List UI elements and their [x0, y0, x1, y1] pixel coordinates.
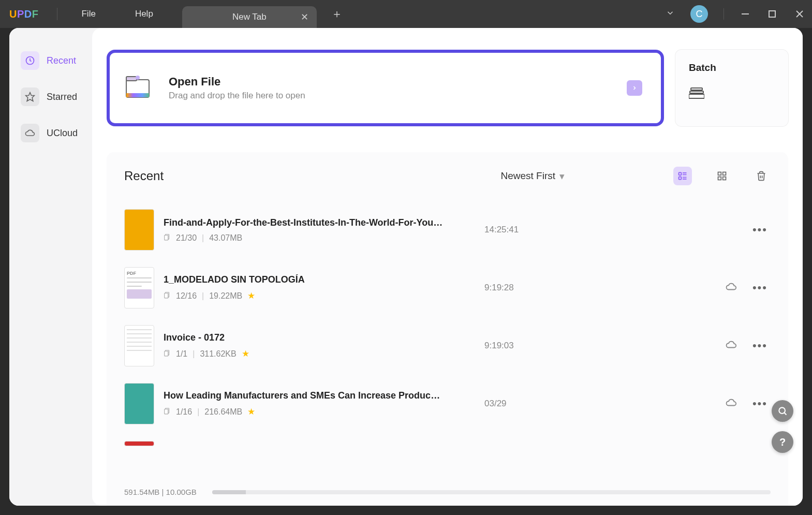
star-icon: ★: [247, 290, 255, 301]
star-icon: [21, 87, 39, 106]
file-meta: 21/30|43.07MB: [164, 233, 443, 243]
star-icon: ★: [247, 406, 255, 417]
more-icon[interactable]: •••: [752, 281, 767, 295]
file-size: 19.22MB: [209, 291, 242, 301]
pages-icon: [164, 291, 171, 301]
file-name: 1_MODELADO SIN TOPOLOGÍA: [164, 274, 443, 285]
chevron-down-icon: ▾: [559, 170, 565, 182]
pages-icon: [164, 349, 171, 359]
storage-bar: 591.54MB | 10.00GB: [107, 479, 788, 506]
clock-icon: [21, 51, 39, 70]
tab-new[interactable]: New Tab ✕: [182, 6, 317, 28]
file-thumbnail: [124, 325, 154, 366]
cloud-icon: [21, 124, 39, 142]
new-tab-button[interactable]: ＋: [331, 6, 343, 22]
svg-rect-10: [691, 88, 702, 90]
sidebar-item-ucloud[interactable]: UCloud: [9, 115, 92, 151]
titlebar: UPDF File Help New Tab ✕ ＋ C: [0, 0, 812, 28]
grid-view-button[interactable]: [713, 167, 731, 185]
chevron-right-icon: [627, 80, 642, 96]
close-button[interactable]: [793, 10, 806, 18]
more-icon[interactable]: •••: [752, 339, 767, 352]
cloud-icon[interactable]: [726, 281, 737, 295]
svg-point-31: [779, 407, 785, 414]
batch-card[interactable]: Batch: [675, 50, 788, 126]
file-size: 216.64MB: [204, 407, 242, 417]
help-float-button[interactable]: ?: [772, 431, 793, 453]
file-time: 9:19:28: [484, 283, 619, 293]
more-icon[interactable]: •••: [752, 223, 767, 237]
user-avatar[interactable]: C: [690, 5, 708, 23]
svg-rect-16: [679, 177, 682, 180]
minimize-button[interactable]: [740, 10, 751, 18]
sidebar-label: Starred: [47, 92, 77, 102]
sidebar-label: Recent: [47, 55, 76, 66]
pages-icon: [164, 407, 171, 417]
storage-progress-fill: [212, 490, 246, 494]
cloud-icon[interactable]: [726, 339, 737, 352]
file-thumbnail: [124, 441, 154, 446]
sidebar-item-recent[interactable]: Recent: [9, 42, 92, 79]
search-float-button[interactable]: [772, 400, 793, 422]
file-size: 311.62KB: [200, 349, 236, 359]
maximize-button[interactable]: [766, 10, 778, 18]
file-row[interactable]: Find-and-Apply-For-the-Best-Institutes-I…: [124, 201, 771, 259]
workspace: Recent Starred UCloud: [0, 28, 812, 515]
svg-rect-0: [742, 13, 749, 14]
svg-rect-13: [679, 172, 682, 175]
file-time: 14:25:41: [484, 225, 619, 235]
svg-rect-22: [723, 177, 726, 180]
file-thumbnail: [124, 383, 154, 424]
more-icon[interactable]: •••: [752, 397, 767, 410]
file-thumbnail: PDF: [124, 267, 154, 308]
separator: [57, 8, 57, 20]
file-meta: 1/1|311.62KB★: [164, 348, 443, 359]
sort-dropdown[interactable]: Newest First ▾: [500, 170, 565, 182]
tab-label: New Tab: [232, 12, 267, 22]
file-meta: 12/16|19.22MB★: [164, 290, 443, 301]
menu-file[interactable]: File: [72, 9, 105, 19]
batch-icon: [689, 85, 775, 102]
folder-icon: [122, 72, 153, 104]
sidebar: Recent Starred UCloud: [9, 28, 92, 506]
close-icon[interactable]: ✕: [301, 11, 308, 23]
menu-help[interactable]: Help: [126, 9, 163, 19]
file-pages: 1/1: [176, 349, 187, 359]
svg-rect-21: [718, 177, 721, 180]
svg-rect-30: [165, 409, 168, 414]
sidebar-label: UCloud: [47, 128, 78, 139]
open-file-card[interactable]: Open File Drag and drop the file here to…: [107, 50, 664, 126]
app-logo: UPDF: [6, 8, 42, 20]
file-row[interactable]: PDF1_MODELADO SIN TOPOLOGÍA12/16|19.22MB…: [124, 259, 771, 317]
file-name: Find-and-Apply-For-the-Best-Institutes-I…: [164, 217, 443, 228]
storage-text: 591.54MB | 10.00GB: [124, 488, 197, 496]
chevron-down-icon[interactable]: [666, 8, 675, 20]
sidebar-item-starred[interactable]: Starred: [9, 79, 92, 115]
file-row[interactable]: [124, 433, 771, 446]
storage-progress: [212, 490, 771, 494]
svg-rect-20: [723, 172, 726, 175]
svg-line-32: [784, 413, 786, 415]
file-row[interactable]: Invoice - 01721/1|311.62KB★9:19:03•••: [124, 317, 771, 375]
file-pages: 21/30: [176, 233, 197, 243]
delete-button[interactable]: [752, 167, 771, 185]
file-time: 03/29: [484, 399, 619, 409]
separator: [724, 8, 724, 20]
file-meta: 1/16|216.64MB★: [164, 406, 443, 417]
svg-marker-5: [26, 93, 35, 101]
recent-title: Recent: [124, 169, 164, 183]
pages-icon: [164, 233, 171, 243]
tab-strip: New Tab ✕ ＋: [182, 0, 343, 28]
file-row[interactable]: How Leading Manufacturers and SMEs Can I…: [124, 375, 771, 433]
sort-label: Newest First: [500, 170, 555, 182]
svg-point-8: [136, 76, 140, 80]
svg-rect-7: [126, 77, 137, 81]
file-thumbnail: [124, 209, 154, 251]
cloud-icon[interactable]: [726, 397, 737, 410]
file-name: How Leading Manufacturers and SMEs Can I…: [164, 390, 443, 401]
file-size: 43.07MB: [209, 233, 242, 243]
list-view-button[interactable]: [673, 167, 692, 185]
file-list: Find-and-Apply-For-the-Best-Institutes-I…: [107, 201, 788, 479]
recent-section: Recent Newest First ▾: [107, 152, 788, 506]
main-area: Open File Drag and drop the file here to…: [92, 28, 803, 506]
